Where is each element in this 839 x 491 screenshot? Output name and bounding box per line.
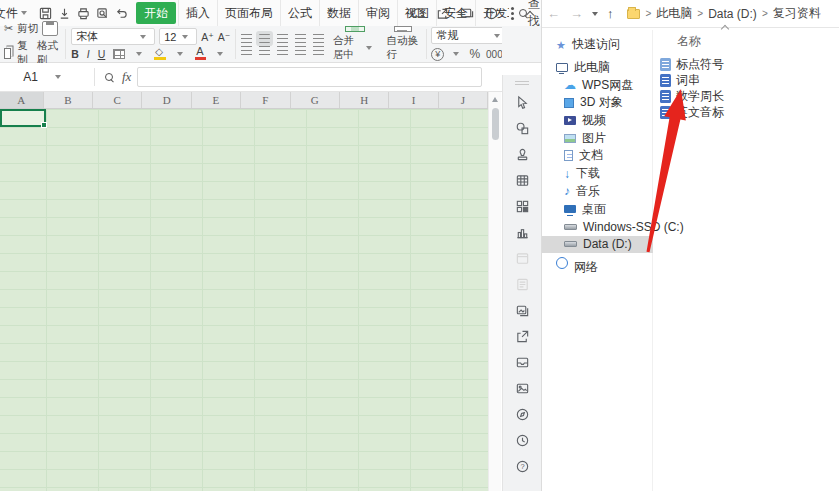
tab-data[interactable]: 数据 xyxy=(319,0,358,26)
tab-insert[interactable]: 插入 xyxy=(178,0,217,26)
breadcrumb-this-pc[interactable]: 此电脑 xyxy=(656,5,692,22)
thousands-button[interactable]: 000 xyxy=(486,49,503,60)
chart-icon[interactable] xyxy=(509,219,535,245)
justify-button[interactable] xyxy=(295,46,306,55)
column-header-a[interactable]: A xyxy=(0,92,44,108)
up-button[interactable]: ↑ xyxy=(607,6,614,21)
compass-icon[interactable] xyxy=(509,401,535,427)
number-format-select[interactable]: 常规 xyxy=(431,27,509,44)
formula-input[interactable] xyxy=(137,67,482,87)
slides-image-icon[interactable] xyxy=(509,297,535,323)
align-middle-button[interactable] xyxy=(259,34,270,43)
save-button[interactable] xyxy=(39,7,52,20)
font-size-select[interactable]: 12 xyxy=(159,28,197,45)
nav-pictures[interactable]: 图片 xyxy=(542,129,653,147)
share-icon[interactable] xyxy=(436,7,449,20)
column-header-g[interactable]: G xyxy=(291,92,340,108)
nav-downloads[interactable]: 下载 xyxy=(542,165,653,183)
align-center-button[interactable] xyxy=(259,46,270,55)
inbox-icon[interactable] xyxy=(509,349,535,375)
nav-desktop[interactable]: 桌面 xyxy=(542,200,653,218)
share-pane-icon[interactable] xyxy=(509,323,535,349)
undo-button[interactable] xyxy=(115,7,128,20)
column-header-j[interactable]: J xyxy=(439,92,488,108)
nav-this-pc[interactable]: 此电脑 xyxy=(542,59,653,77)
nav-wps-cloud[interactable]: WPS网盘 xyxy=(542,76,653,94)
distribute-button[interactable] xyxy=(313,46,324,55)
paste-button[interactable] xyxy=(42,21,58,36)
recent-locations-icon[interactable] xyxy=(592,12,598,16)
sheet-vertical-scrollbar[interactable] xyxy=(488,92,501,491)
column-header-e[interactable]: E xyxy=(192,92,241,108)
scrollbar-thumb[interactable] xyxy=(492,108,499,140)
table-icon[interactable] xyxy=(509,167,535,193)
align-top-button[interactable] xyxy=(241,34,252,43)
spreadsheet-grid[interactable] xyxy=(0,109,488,491)
increase-indent-button[interactable] xyxy=(313,34,324,43)
decrease-indent-button[interactable] xyxy=(295,34,306,43)
print-button[interactable] xyxy=(77,7,90,20)
italic-button[interactable]: I xyxy=(87,48,90,60)
nav-quick-access[interactable]: 快速访问 xyxy=(542,36,653,54)
nav-videos[interactable]: 视频 xyxy=(542,112,653,130)
insert-function-button[interactable]: fx xyxy=(122,69,131,85)
align-right-button[interactable] xyxy=(277,46,288,55)
breadcrumb-drive-d[interactable]: Data (D:) xyxy=(708,7,757,21)
nav-3d-objects[interactable]: 3D 对象 xyxy=(542,94,653,112)
output-button[interactable] xyxy=(58,7,71,20)
file-item[interactable]: 数学周长 xyxy=(654,88,839,104)
cell-reference-box[interactable]: A1 xyxy=(0,70,88,84)
align-left-button[interactable] xyxy=(241,46,252,55)
back-button[interactable]: ← xyxy=(547,6,560,21)
nav-music[interactable]: 音乐 xyxy=(542,183,653,201)
font-color-button[interactable] xyxy=(195,48,206,60)
align-bottom-button[interactable] xyxy=(277,34,288,43)
seal-icon[interactable] xyxy=(509,141,535,167)
faded-doc-icon[interactable] xyxy=(509,271,535,297)
underline-button[interactable]: U xyxy=(98,48,106,60)
tab-review[interactable]: 审阅 xyxy=(358,0,397,26)
print-preview-button[interactable] xyxy=(96,7,109,20)
column-header-i[interactable]: I xyxy=(389,92,438,108)
selected-cell-a1[interactable] xyxy=(0,109,46,127)
borders-button[interactable] xyxy=(113,49,125,59)
cloud-sync-icon[interactable] xyxy=(410,7,425,19)
picture-icon[interactable] xyxy=(509,375,535,401)
cut-button[interactable]: 剪切 xyxy=(17,22,38,36)
more-icon[interactable] xyxy=(511,12,514,15)
file-menu[interactable]: 文件 xyxy=(0,5,18,22)
name-column-header[interactable]: 名称 xyxy=(654,28,839,50)
nav-documents[interactable]: 文档 xyxy=(542,147,653,165)
tab-formulas[interactable]: 公式 xyxy=(280,0,319,26)
merge-center-button[interactable]: 合并居中 xyxy=(328,26,381,62)
tab-page-layout[interactable]: 页面布局 xyxy=(217,0,280,26)
tab-home[interactable]: 开始 xyxy=(136,2,176,24)
fill-color-button[interactable] xyxy=(154,49,166,60)
percent-button[interactable]: % xyxy=(469,47,480,61)
column-header-b[interactable]: B xyxy=(44,92,93,108)
faded-pane-icon[interactable] xyxy=(509,245,535,271)
blocks-icon[interactable] xyxy=(509,193,535,219)
zoom-formula-icon[interactable] xyxy=(105,73,114,82)
nav-drive-c[interactable]: Windows-SSD (C:) xyxy=(542,218,653,236)
column-header-d[interactable]: D xyxy=(142,92,191,108)
file-item[interactable]: 标点符号 xyxy=(654,56,839,72)
wrap-text-button[interactable]: 自动换行 xyxy=(381,26,424,62)
nav-drive-d[interactable]: Data (D:) xyxy=(542,236,653,254)
file-item[interactable]: 英文音标 xyxy=(654,104,839,120)
help-icon[interactable]: ? xyxy=(485,7,498,20)
select-cursor-icon[interactable] xyxy=(509,89,535,115)
nav-network[interactable]: 网络 xyxy=(542,258,653,276)
forward-button[interactable]: → xyxy=(570,6,583,21)
bold-button[interactable]: B xyxy=(71,48,79,60)
question-icon[interactable]: ? xyxy=(509,453,535,479)
scroll-up-icon[interactable] xyxy=(492,97,498,102)
column-header-c[interactable]: C xyxy=(93,92,142,108)
column-header-f[interactable]: F xyxy=(241,92,290,108)
increase-font-button[interactable]: A⁺ xyxy=(201,31,214,43)
font-name-select[interactable]: 宋体 xyxy=(71,28,155,45)
currency-button[interactable]: ¥ xyxy=(431,48,444,61)
new-window-icon[interactable] xyxy=(460,7,474,19)
shapes-icon[interactable] xyxy=(509,115,535,141)
breadcrumb-folder[interactable]: 复习资料 xyxy=(773,5,821,22)
